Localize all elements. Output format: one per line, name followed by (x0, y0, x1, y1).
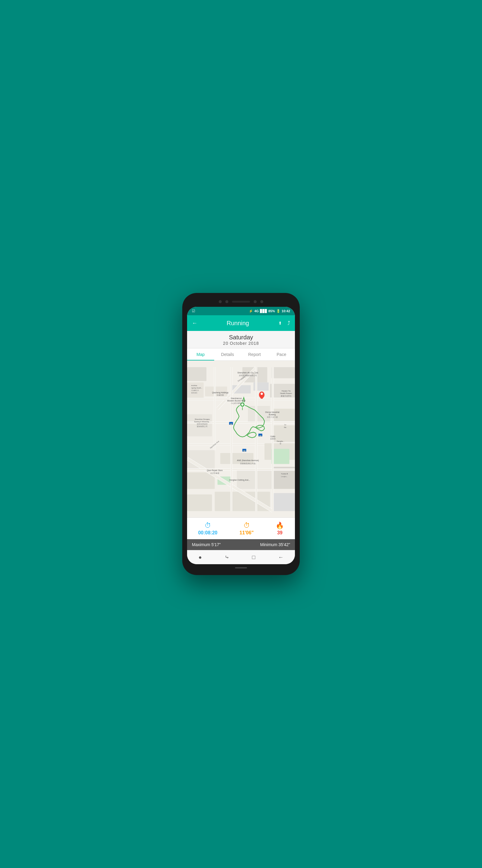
svg-text:豪健天道养生: 豪健天道养生 (281, 395, 292, 397)
min-pace: Minimum 35'42" (260, 542, 290, 547)
share-icon[interactable]: ⤴ (287, 320, 290, 327)
svg-text:石油鹏正兴: 石油鹏正兴 (191, 390, 199, 391)
svg-text:Wooden Bucket Meal: Wooden Bucket Meal (227, 400, 246, 402)
svg-text:小山村木桶饭: 小山村木桶饭 (231, 402, 242, 404)
timer-icon: ⏱ (204, 522, 211, 530)
date-header: Saturday 20 October 2018 (187, 331, 295, 348)
tab-map[interactable]: Map (187, 348, 214, 361)
bluetooth-icon: ⚡ (249, 309, 253, 313)
svg-text:洽诚控股: 洽诚控股 (217, 394, 224, 396)
pace-info-bar: Maximum 5'17" Minimum 35'42" (187, 539, 295, 550)
svg-text:Shenzhen Dongwu: Shenzhen Dongwu (195, 418, 210, 420)
signal-bars: ▊▊▊ (260, 309, 267, 313)
stat-duration: 00:08:20 (198, 530, 218, 535)
svg-text:Longku...: Longku... (281, 475, 288, 477)
svg-text:安能物流(南山大道): 安能物流(南山大道) (240, 462, 256, 464)
svg-text:深意工业大厦: 深意工业大厦 (267, 416, 278, 418)
svg-text:ANE (Nanshan Avenue): ANE (Nanshan Avenue) (237, 459, 259, 462)
tab-pace[interactable]: Pace (268, 348, 295, 361)
svg-point-48 (261, 393, 263, 395)
svg-rect-3 (187, 367, 206, 381)
svg-text:Health Preserv: Health Preserv (280, 393, 292, 394)
svg-text:荔雅居: 荔雅居 (270, 438, 276, 440)
svg-text:🚌: 🚌 (230, 423, 232, 425)
svg-text:登: 登 (280, 443, 281, 444)
svg-text:复制有限公司: 复制有限公司 (197, 426, 207, 427)
tab-details[interactable]: Details (214, 348, 241, 361)
svg-rect-21 (273, 493, 295, 511)
stat-calories: 🔥 39 (276, 522, 284, 535)
top-navigation: ← Running ⬆ ⤴ (187, 315, 295, 331)
svg-rect-19 (215, 492, 270, 511)
camera-dot-3 (254, 300, 257, 303)
stats-bar: ⏱ 00:08:20 ⏱ 11'06" 🔥 39 (187, 518, 295, 539)
svg-rect-2 (271, 367, 295, 378)
map-svg: 🚌 🚌 🚌 Shenzhen-dic Co., Ltd. 深圳深日油墨有限公司 … (187, 361, 295, 518)
svg-text:Qiwo Repair Store: Qiwo Repair Store (207, 469, 223, 472)
camera-dot-4 (260, 300, 263, 303)
tab-report[interactable]: Report (241, 348, 268, 361)
svg-text:Shenzhen-dic Co., Ltd.: Shenzhen-dic Co., Ltd. (237, 372, 258, 374)
svg-rect-20 (187, 495, 212, 511)
map-view[interactable]: 🚌 🚌 🚌 Shenzhen-dic Co., Ltd. 深圳深日油墨有限公司 … (187, 361, 295, 518)
stat-pace: ⏱ 11'06" (239, 522, 254, 535)
svg-text:Xiaoshancun: Xiaoshancun (231, 397, 242, 399)
svg-text:Building: Building (269, 413, 276, 416)
time: 10:42 (282, 309, 290, 313)
phone-screen: ☑ ⚡ 4G ▊▊▊ 85% 🔋 10:42 ← Running ⬆ ⤴ Sat… (187, 307, 295, 564)
svg-text:Qiacheng Holdings: Qiacheng Holdings (212, 392, 228, 394)
stat-calories-value: 39 (277, 530, 283, 535)
home-recent-icon[interactable]: ● (198, 554, 202, 561)
status-right: ⚡ 4G ▊▊▊ 85% 🔋 10:42 (249, 309, 290, 313)
speaker (232, 301, 250, 303)
svg-text:企沃专修屋: 企沃专修屋 (210, 472, 219, 474)
svg-rect-22 (271, 449, 289, 464)
notification-icon: ☑ (192, 309, 195, 313)
phone-top-decoration (187, 298, 295, 307)
nav-action-icons: ⬆ ⤴ (278, 320, 290, 327)
nav-recent-apps[interactable]: ⤷ (225, 554, 229, 561)
svg-text:trochina: trochina (191, 384, 198, 386)
battery-icon: 🔋 (276, 309, 281, 313)
stat-pace-value: 11'06" (239, 530, 254, 535)
svg-text:Honglian Clothing And...: Honglian Clothing And... (229, 479, 250, 481)
svg-rect-11 (273, 409, 295, 421)
camera-dot-2 (225, 300, 228, 303)
camera-dot (219, 300, 222, 303)
svg-text:Haojian Tia: Haojian Tia (282, 390, 291, 392)
system-nav-bar: ● ⤷ □ ← (187, 550, 295, 564)
home-button[interactable]: □ (252, 554, 255, 561)
pace-icon: ⏱ (244, 522, 250, 530)
max-pace: Maximum 5'17" (192, 542, 221, 547)
svg-text:深圳东昊染织: 深圳东昊染织 (197, 423, 207, 425)
tab-bar: Map Details Report Pace (187, 348, 295, 361)
date-full: 20 October 2018 (187, 341, 295, 346)
status-left: ☑ (192, 309, 195, 313)
phone-bottom-decoration (187, 564, 295, 570)
svg-text:Ric: Ric (284, 427, 287, 428)
svg-text:Shenyi Industrial: Shenyi Industrial (265, 411, 279, 413)
svg-text:🚌: 🚌 (243, 450, 246, 452)
svg-text:园加油站: 园加油站 (191, 392, 197, 394)
battery-percent: 85% (268, 309, 275, 313)
svg-text:Denglia...: Denglia... (277, 440, 284, 442)
svg-text:Lo: Lo (284, 424, 286, 426)
date-day: Saturday (187, 334, 295, 341)
svg-point-49 (261, 398, 263, 399)
page-title: Running (227, 320, 249, 327)
stat-time: ⏱ 00:08:20 (198, 522, 218, 535)
status-bar: ☑ ⚡ 4G ▊▊▊ 85% 🔋 10:42 (187, 307, 295, 315)
svg-text:ngxing South...: ngxing South... (191, 387, 202, 389)
strava-icon[interactable]: ⬆ (278, 321, 282, 326)
home-indicator (235, 567, 247, 568)
phone-frame: ☑ ⚡ 4G ▊▊▊ 85% 🔋 10:42 ← Running ⬆ ⤴ Sat… (182, 293, 300, 575)
svg-text:Dyeing & Weaving...: Dyeing & Weaving... (194, 421, 211, 423)
back-button[interactable]: ← (192, 320, 197, 327)
network-icon: 4G (254, 309, 259, 313)
back-nav-icon[interactable]: ← (278, 554, 284, 561)
svg-text:Yunda B: Yunda B (281, 473, 288, 475)
svg-text:🚌: 🚌 (259, 434, 262, 437)
calories-icon: 🔥 (276, 522, 284, 530)
svg-text:Liyaju: Liyaju (270, 435, 275, 438)
